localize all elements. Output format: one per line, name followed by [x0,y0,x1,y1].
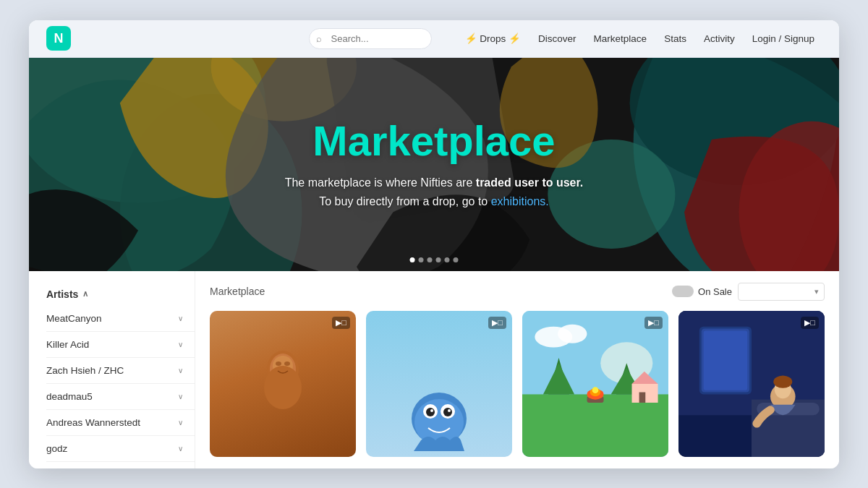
nft-card-1-art [407,386,472,451]
main-content: Marketplace The marketplace is where Nif… [29,58,839,468]
nav-link-marketplace[interactable]: Marketplace [587,29,655,48]
svg-point-11 [264,366,302,409]
nav-link-discover[interactable]: Discover [531,29,584,48]
nft-card-2-bg [522,311,668,457]
hero-subtitle: The marketplace is where Nifties are tra… [285,174,584,210]
filter-select[interactable] [738,283,825,301]
sidebar-item-label: Killer Acid [46,339,89,350]
chevron-down-icon: ∨ [178,367,183,374]
chevron-down-icon: ∨ [178,341,183,348]
nft-card-2-art [522,311,668,457]
sidebar-item-label: deadmau5 [46,391,93,402]
filter-select-wrapper [738,283,825,301]
search-icon: ⌕ [316,33,322,44]
on-sale-label: On Sale [698,286,732,297]
sidebar-item-meatcanyon[interactable]: MeatCanyon ∨ [46,306,195,332]
svg-point-24 [558,324,587,343]
svg-point-20 [430,409,433,412]
search-input[interactable] [309,28,432,49]
video-icon-1: ▶□ [488,317,506,329]
on-sale-toggle-container[interactable]: On Sale [672,286,732,297]
nft-card-3[interactable]: ▶□ [678,311,825,457]
video-icon-0: ▶□ [332,317,350,329]
nav-link-login[interactable]: Login / Signup [745,29,822,48]
grid-header: Marketplace On Sale [210,283,825,301]
svg-rect-26 [522,394,668,457]
carousel-dots [410,257,459,262]
chevron-down-icon: ∨ [178,314,183,322]
nft-grid: ▶□ [210,311,825,457]
logo-letter: N [54,31,64,46]
nft-card-3-art [678,311,825,457]
hero-subtitle-plain: The marketplace is where Nifties are [285,176,476,189]
svg-rect-42 [704,330,748,390]
nft-card-0[interactable]: ▶□ [210,311,356,457]
nft-card-0-bg [210,311,356,457]
sidebar-item-zachhsieh[interactable]: Zach Hsieh / ZHC ∨ [46,358,195,384]
nav-link-drops[interactable]: ⚡ Drops ⚡ [458,28,529,48]
hero-banner: Marketplace The marketplace is where Nif… [29,58,839,271]
svg-point-19 [443,408,452,416]
nav-link-stats[interactable]: Stats [657,29,694,48]
svg-point-47 [773,375,792,388]
svg-point-13 [284,361,290,366]
nft-card-2[interactable]: ▶□ [522,311,668,457]
logo[interactable]: N [46,26,71,51]
hero-title: Marketplace [285,118,584,164]
nav-links: ⚡ Drops ⚡ Discover Marketplace Stats Act… [458,28,822,48]
carousel-dot-1[interactable] [419,257,424,262]
carousel-dot-5[interactable] [454,257,459,262]
grid-section-title: Marketplace [210,286,265,297]
carousel-dot-0[interactable] [410,257,415,262]
sidebar-artists-header[interactable]: Artists ∧ [46,283,195,306]
chevron-down-icon: ∨ [178,419,183,427]
sidebar-item-killeracid[interactable]: Killer Acid ∨ [46,332,195,358]
video-icon-3: ▶□ [801,317,819,329]
sidebar-item-label: godz [46,443,67,454]
nft-card-0-art [254,348,312,420]
svg-point-34 [592,387,599,393]
svg-point-12 [276,361,281,366]
chevron-up-icon: ∧ [82,289,88,299]
video-icon-2: ▶□ [644,317,663,329]
nav-bar: N ⌕ ⚡ Drops ⚡ Discover Marketplace Stats… [29,20,839,58]
svg-rect-37 [639,392,646,402]
nft-card-1-bg [366,311,512,457]
nft-card-1[interactable]: ▶□ [366,311,512,457]
sidebar-item-label: Zach Hsieh / ZHC [46,365,124,376]
sidebar: Artists ∧ MeatCanyon ∨ Killer Acid ∨ Zac… [29,271,195,468]
grid-area: Marketplace On Sale [195,271,839,468]
browser-window: N ⌕ ⚡ Drops ⚡ Discover Marketplace Stats… [29,20,839,468]
sidebar-section-title: Artists [46,288,78,300]
carousel-dot-2[interactable] [427,257,433,262]
sidebar-item-label: Andreas Wannerstedt [46,417,140,428]
nft-card-3-bg [678,311,825,457]
filter-area: On Sale [672,283,825,301]
svg-point-21 [448,409,451,412]
content-area: Artists ∧ MeatCanyon ∨ Killer Acid ∨ Zac… [29,271,839,468]
nav-link-activity[interactable]: Activity [697,29,742,48]
chevron-down-icon: ∨ [178,393,183,401]
sidebar-item-deadmau5[interactable]: deadmau5 ∨ [46,384,195,410]
sidebar-item-label: MeatCanyon [46,313,102,324]
hero-subtitle-bold: traded user to user. [476,176,584,189]
hero-text-overlay: Marketplace The marketplace is where Nif… [271,103,598,226]
carousel-dot-3[interactable] [436,257,441,262]
svg-point-18 [426,408,435,416]
sidebar-item-godz[interactable]: godz ∨ [46,436,195,462]
chevron-down-icon: ∨ [178,445,183,453]
sidebar-item-andreasw[interactable]: Andreas Wannerstedt ∨ [46,410,195,436]
carousel-dot-4[interactable] [445,257,450,262]
search-container: ⌕ [309,28,432,49]
hero-subtitle-line2: To buy directly from a drop, go to [319,195,490,207]
hero-exhibitions-link[interactable]: exhibitions. [491,195,549,207]
on-sale-toggle-track[interactable] [672,286,694,297]
